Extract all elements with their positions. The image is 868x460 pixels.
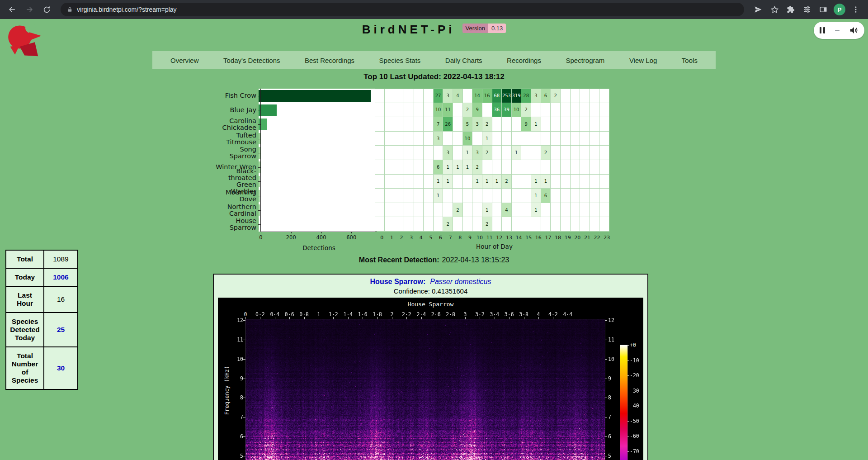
heatmap-cell (561, 132, 571, 146)
heatmap-cell (375, 89, 385, 103)
heatmap-cell (502, 146, 512, 160)
send-extension-button[interactable] (750, 2, 766, 17)
bookmark-button[interactable] (767, 2, 782, 17)
pause-button[interactable] (820, 27, 825, 33)
species-axis-tick (258, 153, 260, 153)
heatmap-cell (394, 217, 404, 232)
heatmap-cell (551, 132, 561, 146)
heatmap-cell (404, 89, 414, 103)
heatmap-cell: 319 (512, 89, 522, 103)
stats-label: Total Number of Species (6, 347, 44, 389)
freq-tick-label-left: 10 (232, 356, 243, 362)
nav-item-overview[interactable]: Overview (170, 57, 199, 64)
time-tick-label: 4·4 (563, 311, 572, 318)
spectrogram-tick (304, 317, 305, 319)
heatmap-cell: 3 (472, 117, 482, 132)
nav-item-species-stats[interactable]: Species Stats (379, 57, 421, 64)
species-axis-tick (258, 124, 260, 125)
nav-item-daily-charts[interactable]: Daily Charts (445, 57, 482, 64)
heatmap-cell (404, 160, 414, 175)
heatmap-cell (453, 132, 463, 146)
heatmap-cell: 27 (434, 89, 443, 103)
back-button[interactable] (5, 2, 20, 17)
volume-button[interactable] (849, 26, 859, 35)
forward-button[interactable] (22, 2, 37, 17)
heatmap-cell (375, 132, 385, 146)
nav-item-view-log[interactable]: View Log (629, 57, 657, 64)
heatmap-cell (599, 132, 609, 146)
heatmap-cell: 2 (463, 103, 473, 118)
bar-axis-title: Detections (261, 244, 377, 251)
extensions-button[interactable] (783, 2, 798, 17)
heatmap-cell (590, 175, 600, 189)
spectrogram-tick (406, 317, 407, 319)
hour-axis-title: Hour of Day (377, 243, 612, 250)
time-tick-label: 3 (464, 311, 467, 318)
heatmap-cell (482, 103, 492, 118)
heatmap-cell: 16 (482, 89, 492, 103)
heatmap-cell (385, 175, 395, 189)
spectrogram-tick (243, 436, 245, 437)
heatmap-cell: 3 (443, 89, 453, 103)
spectrogram-tick (605, 379, 607, 379)
heatmap-cell: 2 (551, 89, 561, 103)
heatmap-cell (590, 217, 600, 232)
nav-item-best-recordings[interactable]: Best Recordings (305, 57, 354, 64)
heatmap-cell: 3 (443, 146, 453, 160)
nav-item-recordings[interactable]: Recordings (507, 57, 541, 64)
spectrogram-tick (421, 317, 422, 319)
detections-bar-track (259, 160, 375, 175)
heatmap-cell (375, 189, 385, 203)
heatmap-cell (502, 117, 512, 132)
heatmap-cell (482, 189, 492, 203)
species-label: Fish Crow (213, 89, 259, 103)
nav-item-tools[interactable]: Tools (682, 57, 698, 64)
species-axis-tick (258, 210, 260, 211)
spectrogram-tick (627, 345, 629, 346)
species-scientific-name-link[interactable]: Passer domesticus (430, 278, 491, 285)
spectrogram-tick (451, 317, 451, 319)
heatmap-cell: 7 (434, 117, 443, 132)
heatmap-cell (463, 189, 473, 203)
stats-value-link[interactable]: 30 (44, 347, 78, 389)
profile-avatar[interactable]: P (834, 4, 845, 15)
address-bar[interactable]: virginia.birdnetpi.com/?stream=play (61, 3, 744, 16)
spectrogram-tick (319, 317, 319, 319)
seek-dash[interactable] (835, 30, 840, 31)
nav-item-spectrogram[interactable]: Spectrogram (566, 57, 604, 64)
species-common-name-link[interactable]: House Sparrow: (370, 278, 426, 285)
send-icon (754, 5, 762, 14)
heatmap-cell: 2 (443, 217, 453, 232)
heatmap-cell (414, 117, 424, 132)
stats-value: 16 (44, 286, 78, 313)
stats-value-link[interactable]: 25 (44, 313, 78, 347)
species-label: Blue Jay (213, 103, 259, 118)
url-text[interactable]: virginia.birdnetpi.com/?stream=play (77, 6, 177, 13)
heatmap-cell (521, 160, 531, 175)
stats-value-link[interactable]: 1006 (44, 268, 78, 286)
browser-menu-button[interactable] (848, 2, 863, 17)
heatmap-cell: 5 (463, 117, 473, 132)
browser-actions: P (750, 2, 863, 17)
heatmap-cell (580, 132, 590, 146)
heatmap-cell (394, 160, 404, 175)
chart-row: Mourning Dove116 (213, 189, 609, 203)
heatmap-cell (453, 189, 463, 203)
spectrogram-title: House Sparrow (218, 301, 643, 308)
spectrogram-tick (392, 317, 392, 319)
most-recent-label: Most Recent Detection: (359, 256, 439, 264)
tune-button[interactable] (799, 2, 815, 17)
side-panel-button[interactable] (816, 2, 831, 17)
reload-button[interactable] (39, 2, 54, 17)
nav-item-today-s-detections[interactable]: Today's Detections (223, 57, 280, 64)
spectrogram-tick (538, 317, 539, 319)
heatmap-cell (531, 132, 541, 146)
heatmap-cell (571, 132, 580, 146)
chart-row: Fish Crow273414166825331928362 (213, 89, 609, 103)
heatmap-cell: 2 (482, 146, 492, 160)
lock-icon (67, 7, 73, 13)
heatmap-cell (531, 103, 541, 118)
hour-tick-label: 9 (468, 235, 472, 241)
freq-tick-label-left: 6 (232, 433, 243, 440)
heatmap-cell (541, 160, 551, 175)
